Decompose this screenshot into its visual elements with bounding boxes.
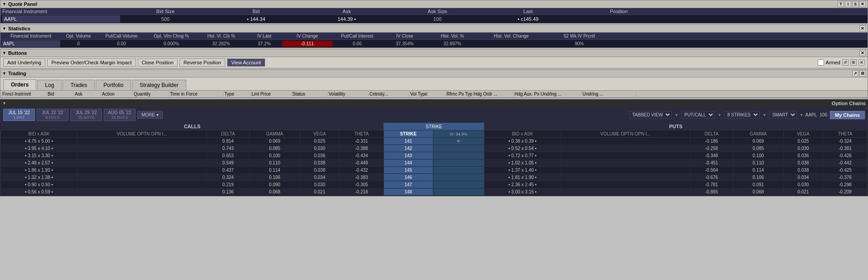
put-bid-ask[interactable]: • 0.52 x 0.54 •	[484, 145, 561, 152]
call-delta: 0.437	[207, 167, 249, 174]
strikes-select[interactable]: 8 STRIKES	[724, 111, 760, 119]
call-delta: 0.219	[207, 181, 249, 188]
stats-panel-btn-x[interactable]: ✕	[859, 25, 866, 32]
table-row[interactable]: • 1.86 x 1.93 • 0.437 0.114 0.038 -0.432…	[1, 167, 868, 174]
call-bid-ask[interactable]: • 0.90 x 0.93 •	[1, 181, 78, 188]
trading-panel-detach-btn[interactable]: ↗	[852, 70, 858, 77]
put-delta: -0.451	[690, 159, 733, 167]
tab-trades[interactable]: Trades	[63, 80, 95, 90]
add-underlying-button[interactable]: Add Underlying	[3, 58, 45, 67]
strike-value[interactable]: 142	[383, 145, 433, 152]
chains-controls-bar: JUL 15 '22 1 DAY JUL 22 '22 8 DAYS JUL 2…	[0, 107, 868, 123]
table-row[interactable]: • 3.15 x 3.30 • 0.653 0.100 0.036 -0.434…	[1, 152, 868, 159]
model-select[interactable]: SMART	[769, 111, 797, 119]
quote-panel-btn-t[interactable]: T	[838, 1, 844, 7]
stats-panel-expand[interactable]: ▼	[2, 26, 6, 31]
date-tab-2[interactable]: JUL 29 '22 15 DAYS	[70, 109, 102, 121]
armed-settings-btn[interactable]: ⚙	[850, 59, 857, 66]
buttons-panel-expand[interactable]: ▼	[2, 51, 6, 55]
put-bid-ask[interactable]: • 2.36 x 2.45 •	[484, 181, 561, 188]
buttons-panel: ▼ Buttons ✕ Add Underlying Preview Order…	[0, 49, 868, 68]
armed-close-btn[interactable]: ✕	[858, 59, 865, 66]
call-bid-ask[interactable]: • 4.75 x 5.00 •	[1, 138, 78, 145]
quote-panel-btn-i[interactable]: I	[845, 1, 851, 7]
quote-panel-btn-x[interactable]: ✕	[859, 1, 866, 7]
stats-col-hist-vol-change: Hist. Vol. Change	[477, 33, 545, 39]
armed-refresh-btn[interactable]: ↺	[842, 59, 849, 66]
quote-panel-btn-s[interactable]: S	[852, 1, 858, 7]
put-theta: -0.298	[823, 181, 868, 188]
quote-panel-header: ▼ Quote Panel T I S ✕	[0, 0, 868, 8]
strike-value[interactable]: 141	[383, 138, 433, 145]
put-bid-ask[interactable]: • 3.00 x 3.15 •	[484, 188, 561, 196]
tab-log[interactable]: Log	[37, 80, 62, 90]
date-tab-3[interactable]: AUG 05 '22 22 DAYS	[104, 109, 136, 121]
tab-orders[interactable]: Orders	[3, 79, 36, 90]
table-row[interactable]: • 3.95 x 4.10 • 0.743 0.085 0.030 -0.388…	[1, 145, 868, 152]
call-bid-ask[interactable]: • 3.15 x 3.30 •	[1, 152, 78, 159]
table-row[interactable]: • 1.32 x 1.38 • 0.324 0.106 0.034 -0.383…	[1, 174, 868, 181]
put-theta: -0.381	[823, 145, 868, 152]
put-bid-ask[interactable]: • 0.72 x 0.77 •	[484, 152, 561, 159]
table-row[interactable]: • 0.90 x 0.93 • 0.219 0.090 0.030 -0.305…	[1, 181, 868, 188]
call-vol	[77, 145, 207, 152]
call-vol	[77, 159, 207, 167]
call-bid-ask[interactable]: • 3.95 x 4.10 •	[1, 145, 78, 152]
tabbed-view-select[interactable]: TABBED VIEW	[629, 111, 672, 119]
strikes-dropdown-arrow[interactable]: ▾	[763, 112, 766, 117]
put-call-select[interactable]: PUT/CALL	[681, 111, 715, 119]
call-bid-ask[interactable]: • 0.56 x 0.59 •	[1, 188, 78, 196]
put-bid-ask[interactable]: • 1.81 x 1.90 •	[484, 174, 561, 181]
strike-value[interactable]: 143	[383, 152, 433, 159]
chains-expand[interactable]: ▼	[2, 101, 6, 106]
armed-section: Armed ↺ ⚙ ✕	[818, 59, 865, 66]
view-dropdown-arrow[interactable]: ▾	[675, 112, 678, 117]
buttons-panel-btn-x[interactable]: ✕	[859, 50, 866, 56]
put-delta: -0.865	[690, 188, 733, 196]
stats-col-instrument: Financial Instrument	[1, 33, 60, 39]
stats-iv-last: 37.2%	[246, 41, 282, 47]
call-bid-ask[interactable]: • 1.86 x 1.93 •	[1, 167, 78, 174]
table-row[interactable]: • 0.56 x 0.59 • 0.136 0.068 0.021 -0.218…	[1, 188, 868, 196]
strike-value[interactable]: 144	[383, 159, 433, 167]
call-bid-ask[interactable]: • 2.48 x 2.57 •	[1, 159, 78, 167]
put-call-dropdown-arrow[interactable]: ▾	[718, 112, 721, 117]
put-bid-ask[interactable]: • 0.38 x 0.39 •	[484, 138, 561, 145]
armed-checkbox[interactable]	[818, 59, 824, 66]
quote-panel-expand[interactable]: ▼	[2, 2, 6, 6]
put-bid-ask[interactable]: • 1.37 x 1.40 •	[484, 167, 561, 174]
tab-strategy-builder[interactable]: Strategy Builder	[132, 80, 186, 90]
call-gamma: 0.090	[249, 181, 300, 188]
reverse-position-button[interactable]: Reverse Position	[179, 58, 225, 67]
put-vol	[561, 188, 690, 196]
quote-header: Financial Instrument Bid Size Bid Ask As…	[0, 8, 868, 15]
call-gamma: 0.085	[249, 145, 300, 152]
model-dropdown-arrow[interactable]: ▾	[800, 112, 803, 117]
more-dates-button[interactable]: MORE ▾	[137, 111, 163, 119]
quote-col-ask-size: Ask Size	[392, 9, 483, 14]
date-tab-1[interactable]: JUL 22 '22 8 DAYS	[37, 109, 68, 121]
my-chains-button[interactable]: My Chains	[830, 111, 865, 119]
call-bid-ask[interactable]: • 1.32 x 1.38 •	[1, 174, 78, 181]
date-tab-0[interactable]: JUL 15 '22 1 DAY	[3, 109, 35, 121]
put-theta: -0.209	[823, 188, 868, 196]
strike-value[interactable]: 146	[383, 174, 433, 181]
quote-col-bid: Bid	[211, 9, 301, 14]
call-theta: -0.383	[339, 174, 384, 181]
view-account-button[interactable]: View Account	[227, 58, 265, 67]
th-type: Type	[223, 91, 251, 97]
stats-col-put-call-vol: Put/Call Volume	[97, 33, 146, 39]
strike-value[interactable]: 147	[383, 181, 433, 188]
trading-panel-expand[interactable]: ▼	[2, 71, 6, 76]
strike-value[interactable]: 145	[383, 167, 433, 174]
preview-order-button[interactable]: Preview Order/Check Margin Impact	[47, 58, 136, 67]
trading-panel-settings-btn[interactable]: ⚙	[859, 70, 866, 77]
close-position-button[interactable]: Close Position	[138, 58, 178, 67]
call-gamma: 0.068	[249, 188, 300, 196]
table-row[interactable]: • 2.48 x 2.57 • 0.549 0.110 0.038 -0.449…	[1, 159, 868, 167]
stats-col-iv-change: IV Change	[282, 33, 332, 39]
strike-value[interactable]: 148	[383, 188, 433, 196]
put-bid-ask[interactable]: • 1.02 x 1.05 •	[484, 159, 561, 167]
table-row[interactable]: • 4.75 x 5.00 • 0.814 0.069 0.025 -0.331…	[1, 138, 868, 145]
tab-portfolio[interactable]: Portfolio	[96, 80, 131, 90]
